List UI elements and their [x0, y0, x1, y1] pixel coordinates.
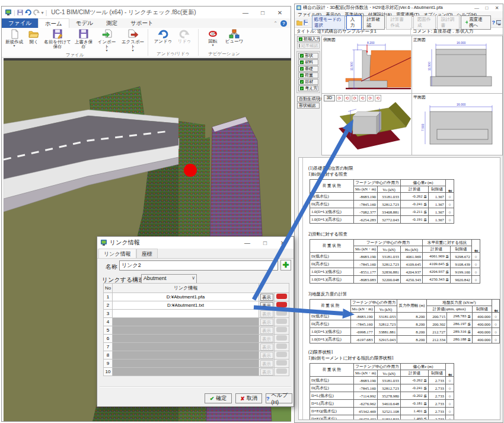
- sidebar-initial-input[interactable]: ✓初期入力: [297, 36, 320, 42]
- remove-button[interactable]: [276, 310, 287, 316]
- rotate-reset-button[interactable]: ⟲: [375, 95, 381, 101]
- 3d-button[interactable]: 3D: [324, 95, 335, 101]
- new-button[interactable]: 新規作成▾: [3, 28, 25, 47]
- red-marker[interactable]: [184, 164, 197, 177]
- viewer-button[interactable]: ビューワ: [223, 28, 245, 44]
- tab-measure[interactable]: 測定: [100, 18, 124, 28]
- auto-generate-button[interactable]: 自動生成/比較: [297, 96, 320, 102]
- dialog-minimize-button[interactable]: —: [240, 240, 255, 246]
- add-link-button[interactable]: ✚: [280, 260, 291, 271]
- cell: -7845.160: [354, 201, 378, 208]
- help-icon[interactable]: ?: [492, 20, 496, 26]
- remove-button[interactable]: [276, 335, 287, 341]
- link-path-cell[interactable]: [113, 318, 259, 326]
- remove-cell: [275, 351, 289, 360]
- sidebar-item-shape[interactable]: ✓形状: [298, 53, 318, 59]
- tab-support[interactable]: サポート: [124, 18, 160, 28]
- panel-plan-view[interactable]: 平面図 16.000 7.500: [412, 94, 502, 155]
- rotate-button[interactable]: 回転▾: [203, 28, 223, 47]
- rotate-x-button[interactable]: ⟳: [336, 95, 343, 101]
- tab-home[interactable]: ホーム: [38, 18, 69, 28]
- dialog-close-button[interactable]: ✕: [275, 240, 291, 246]
- sidebar-item-foundation[interactable]: ✓基礎: [298, 66, 318, 72]
- help-icon[interactable]: ?: [280, 20, 287, 27]
- undo-button[interactable]: アンドゥ: [152, 28, 174, 44]
- save-icon[interactable]: [304, 20, 308, 26]
- link-path-cell[interactable]: [113, 343, 259, 351]
- name-input[interactable]: リンク2: [119, 260, 278, 271]
- report-area[interactable]: (1)基礎底面位置の制限 1)転倒に対する照査 荷 重 状 態フーチング中心の作…: [298, 157, 500, 420]
- sidebar-result-check[interactable]: 結果確認: [297, 43, 320, 49]
- shape-confirm-button[interactable]: 形状確認: [297, 103, 320, 109]
- show-button[interactable]: 表示: [260, 335, 273, 342]
- monitor-icon[interactable]: [496, 20, 501, 26]
- rotate-y-button[interactable]: ⟲: [344, 95, 350, 101]
- sidebar-item-material[interactable]: ✓材料: [298, 59, 318, 65]
- panel-side-view[interactable]: 側面図 8.200 11.500: [322, 36, 412, 94]
- rotate-right-button[interactable]: ⟳: [367, 95, 374, 101]
- show-button[interactable]: 表示: [260, 327, 273, 334]
- show-button[interactable]: 表示: [260, 294, 273, 301]
- show-button[interactable]: 表示: [260, 360, 273, 367]
- tab-link-info[interactable]: リンク情報: [98, 249, 136, 258]
- show-button[interactable]: 表示: [260, 302, 273, 309]
- remove-button[interactable]: [276, 352, 287, 357]
- save-as-button[interactable]: 名前を付けて保存: [42, 28, 73, 50]
- remove-button[interactable]: [276, 344, 287, 349]
- show-button[interactable]: 表示: [260, 310, 273, 317]
- undo-quick-icon[interactable]: [25, 9, 31, 15]
- show-button[interactable]: 表示: [260, 368, 273, 376]
- sidebar-item-member[interactable]: ✓部材: [298, 79, 318, 85]
- export-button[interactable]: エクスポート▾: [119, 28, 146, 52]
- rotate-z-button[interactable]: ⟳: [352, 95, 358, 101]
- link-path-cell[interactable]: [113, 360, 259, 368]
- show-button[interactable]: 表示: [260, 352, 273, 359]
- right-maximize-button[interactable]: □: [483, 5, 491, 11]
- link-path-cell[interactable]: [113, 351, 259, 360]
- link-path-cell[interactable]: D:¥Abutment1.txt: [113, 301, 259, 310]
- group-label-file: ファイル: [2, 52, 148, 58]
- help-button[interactable]: ?ヘルプ(H): [266, 393, 292, 403]
- tab-coordinates[interactable]: 座標: [136, 249, 158, 258]
- panel-3d-view[interactable]: 3D ⟳ ⟲ ⟳ ⟲ ⟳ ⟲: [322, 94, 412, 155]
- link-path-cell[interactable]: [113, 335, 259, 343]
- open-icon[interactable]: [296, 20, 302, 26]
- ok-button[interactable]: ✔確定: [205, 393, 232, 403]
- link-path-cell[interactable]: [113, 310, 259, 318]
- minimize-button[interactable]: —: [238, 9, 253, 16]
- remove-button[interactable]: [276, 302, 287, 307]
- dialog-maximize-button[interactable]: □: [257, 240, 273, 246]
- tab-model[interactable]: モデル: [69, 18, 100, 28]
- redo-button[interactable]: リドゥ: [174, 28, 194, 44]
- remove-button[interactable]: [276, 327, 287, 332]
- import-button[interactable]: インポート▾: [94, 28, 119, 52]
- maximize-button[interactable]: □: [255, 9, 270, 16]
- remove-button[interactable]: [276, 368, 287, 374]
- structure-select[interactable]: Abutment∨: [141, 274, 197, 284]
- quick-access-dropdown-icon[interactable]: ▾: [42, 10, 44, 15]
- close-button[interactable]: ✕: [272, 9, 288, 16]
- link-path-cell[interactable]: [113, 368, 259, 376]
- link-path-cell[interactable]: [113, 326, 259, 335]
- save-quick-icon[interactable]: [17, 9, 23, 15]
- show-button[interactable]: 表示: [260, 344, 273, 351]
- cancel-button[interactable]: ✘取消: [235, 393, 262, 403]
- right-close-button[interactable]: ✕: [493, 5, 501, 11]
- remove-button[interactable]: [276, 360, 287, 365]
- panel-front-view[interactable]: 正面図 16.000 11.500: [412, 36, 502, 94]
- rotate-left-button[interactable]: ⟲: [359, 95, 366, 101]
- ribbon-collapse-icon[interactable]: ⌃: [273, 21, 277, 26]
- right-minimize-button[interactable]: —: [473, 5, 481, 11]
- open-button[interactable]: 開く: [25, 28, 42, 45]
- cell: 32836.881: [377, 268, 400, 276]
- link-path-cell[interactable]: D:¥Abutment1.pfa: [113, 293, 259, 301]
- redo-quick-icon[interactable]: [33, 9, 40, 15]
- remove-button[interactable]: [276, 319, 287, 324]
- sidebar-item-policy[interactable]: ✓考え方: [298, 85, 318, 91]
- sidebar-item-load[interactable]: ✓荷重: [298, 72, 318, 78]
- save-button[interactable]: 上書き保存: [73, 28, 94, 50]
- table-overturning: 荷 重 状 態フーチング中心の作用力偏心量e (m)判定Mo (kN・m)Vo …: [308, 179, 500, 224]
- show-button[interactable]: 表示: [260, 319, 273, 326]
- remove-button[interactable]: [276, 294, 287, 299]
- tab-file[interactable]: ファイル: [2, 18, 38, 28]
